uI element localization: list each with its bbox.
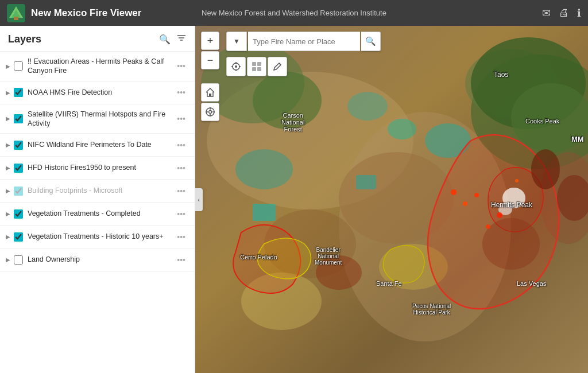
gps-button[interactable] <box>226 57 246 76</box>
map-tools-row <box>226 57 287 76</box>
svg-point-34 <box>463 201 467 206</box>
layer-checkbox-2[interactable] <box>14 88 23 97</box>
svg-point-52 <box>209 111 212 114</box>
svg-point-30 <box>482 218 540 270</box>
layer-label-2: NOAA HMS Fire Detection <box>28 88 175 97</box>
layer-search-button[interactable]: 🔍 <box>159 34 171 45</box>
layer-checkbox-1[interactable] <box>14 61 23 71</box>
layer-menu-4[interactable]: ••• <box>175 141 188 150</box>
svg-line-49 <box>279 63 281 65</box>
layer-item-8[interactable]: ▶Vegetation Treatments - Historic 10 yea… <box>0 226 195 248</box>
svg-rect-45 <box>252 62 256 66</box>
layer-item-6[interactable]: ▶Building Footprints - Microsoft••• <box>0 180 195 203</box>
home-button[interactable] <box>201 83 219 102</box>
layer-label-9: Land Ownership <box>28 255 175 264</box>
layer-list: ▶!! Evacuation Areas - Hermits Peaks & C… <box>0 52 195 373</box>
info-icon[interactable]: ℹ <box>577 7 581 20</box>
header-actions: ✉ 🖨 ℹ <box>542 7 581 20</box>
basemap-button[interactable] <box>247 57 266 76</box>
app-title: New Mexico Fire Viewer <box>31 7 141 19</box>
svg-point-26 <box>388 119 416 139</box>
layer-label-4: NIFC Wildland Fire Perimeters To Date <box>28 140 175 149</box>
header-left: New Mexico Fire Viewer <box>7 4 141 22</box>
layer-expand-3[interactable]: ▶ <box>6 115 11 122</box>
svg-point-33 <box>451 189 457 195</box>
map-area[interactable]: CarsonNationalForest Taos Cooks Peak Her… <box>195 26 588 373</box>
svg-point-20 <box>235 149 293 189</box>
layer-label-5: HFD Historic Fires1950 to present <box>28 163 175 172</box>
svg-point-29 <box>316 255 362 290</box>
svg-point-27 <box>531 149 560 189</box>
map-zoom-controls: + − <box>201 32 219 69</box>
header-subtitle: New Mexico Forest and Watershed Restorat… <box>202 9 386 17</box>
zoom-in-button[interactable]: + <box>201 32 219 50</box>
layer-checkbox-6[interactable] <box>14 187 23 196</box>
layer-label-1: !! Evacuation Areas - Hermits Peaks & Ca… <box>28 57 175 76</box>
layer-item-9[interactable]: ▶Land Ownership••• <box>0 248 195 271</box>
layer-expand-4[interactable]: ▶ <box>6 142 11 148</box>
location-button[interactable] <box>201 103 219 121</box>
layer-label-8: Vegetation Treatments - Historic 10 year… <box>28 232 175 241</box>
svg-point-38 <box>515 179 519 182</box>
sidebar-collapse-button[interactable]: ‹ <box>195 188 203 211</box>
svg-rect-24 <box>253 204 276 221</box>
search-submit-button[interactable]: 🔍 <box>361 32 381 51</box>
search-dropdown-button[interactable]: ▼ <box>226 32 247 51</box>
layer-item-7[interactable]: ▶Vegetation Treatments - Completed••• <box>0 203 195 226</box>
draw-button[interactable] <box>268 57 287 76</box>
print-icon[interactable]: 🖨 <box>559 7 569 19</box>
svg-point-16 <box>253 72 322 129</box>
svg-rect-46 <box>257 62 261 66</box>
sidebar-header: Layers 🔍 <box>0 26 195 52</box>
zoom-out-button[interactable]: − <box>201 51 219 69</box>
sidebar-title: Layers <box>8 33 41 45</box>
layer-expand-9[interactable]: ▶ <box>6 257 11 263</box>
layer-label-3: Satellite (VIIRS) Thermal Hotspots and F… <box>28 110 175 129</box>
svg-point-35 <box>474 193 479 197</box>
layer-item-1[interactable]: ▶!! Evacuation Areas - Hermits Peaks & C… <box>0 52 195 81</box>
svg-point-36 <box>497 212 502 218</box>
sidebar: Layers 🔍 ▶!! Evacuation Areas - Hermits … <box>0 26 195 373</box>
layer-menu-9[interactable]: ••• <box>175 255 188 265</box>
layer-checkbox-5[interactable] <box>14 164 23 173</box>
layer-expand-1[interactable]: ▶ <box>6 63 11 69</box>
layer-item-5[interactable]: ▶HFD Historic Fires1950 to present••• <box>0 157 195 180</box>
layer-menu-6[interactable]: ••• <box>175 187 188 196</box>
main-layout: Layers 🔍 ▶!! Evacuation Areas - Hermits … <box>0 26 588 373</box>
map-canvas <box>195 26 588 373</box>
layer-filter-button[interactable] <box>176 33 187 45</box>
layer-checkbox-9[interactable] <box>14 255 23 265</box>
svg-point-21 <box>347 92 388 121</box>
layer-item-3[interactable]: ▶Satellite (VIIRS) Thermal Hotspots and … <box>0 104 195 134</box>
layer-expand-8[interactable]: ▶ <box>6 234 11 240</box>
layer-menu-2[interactable]: ••• <box>175 88 188 97</box>
map-navigate-controls <box>201 83 219 121</box>
layer-expand-2[interactable]: ▶ <box>6 90 11 96</box>
search-bar: ▼ 🔍 <box>226 32 381 51</box>
layer-menu-3[interactable]: ••• <box>175 114 188 123</box>
layer-checkbox-7[interactable] <box>14 209 23 219</box>
search-input[interactable] <box>248 32 360 51</box>
layer-checkbox-8[interactable] <box>14 232 23 242</box>
layer-expand-7[interactable]: ▶ <box>6 211 11 217</box>
layer-item-2[interactable]: ▶NOAA HMS Fire Detection••• <box>0 81 195 104</box>
svg-rect-47 <box>252 67 256 71</box>
share-icon[interactable]: ✉ <box>542 7 551 20</box>
layer-label-6: Building Footprints - Microsoft <box>28 186 175 195</box>
svg-rect-25 <box>356 175 376 189</box>
layer-menu-8[interactable]: ••• <box>175 232 188 242</box>
svg-rect-50 <box>209 94 211 96</box>
svg-point-15 <box>511 83 588 152</box>
layer-item-4[interactable]: ▶NIFC Wildland Fire Perimeters To Date••… <box>0 134 195 157</box>
layer-expand-6[interactable]: ▶ <box>6 188 11 194</box>
layer-menu-1[interactable]: ••• <box>175 61 188 71</box>
layer-expand-5[interactable]: ▶ <box>6 165 11 171</box>
layer-checkbox-4[interactable] <box>14 141 23 150</box>
svg-rect-48 <box>257 67 261 71</box>
layer-checkbox-3[interactable] <box>14 114 23 123</box>
layer-menu-5[interactable]: ••• <box>175 164 188 173</box>
layer-label-7: Vegetation Treatments - Completed <box>28 209 175 218</box>
layer-menu-7[interactable]: ••• <box>175 209 188 219</box>
svg-point-37 <box>486 224 490 229</box>
sidebar-toolbar: 🔍 <box>159 33 187 45</box>
